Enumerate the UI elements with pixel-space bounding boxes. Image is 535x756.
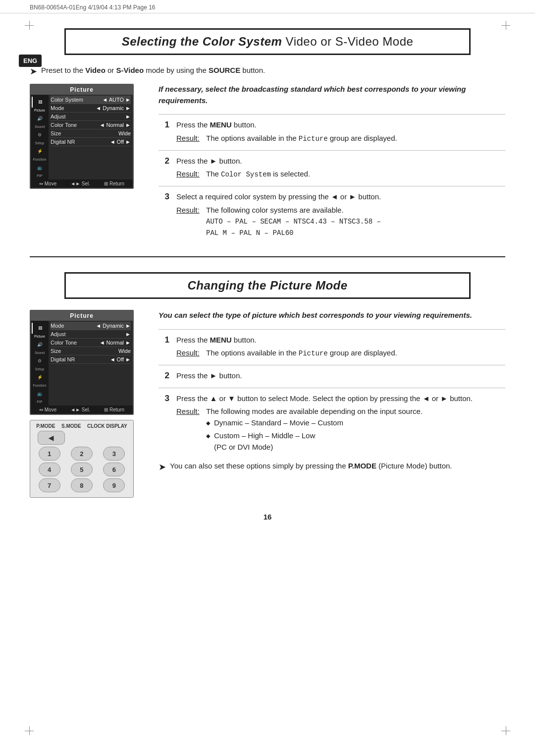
section2-title-text: Changing the Picture Mode [187, 279, 347, 292]
keypad-btn-7[interactable]: 7 [39, 478, 60, 492]
tv-menu-row-mode-2: Mode ◄ Dynamic ► [51, 322, 131, 330]
section1-step1: 1 Press the MENU button. Result: The opt… [159, 119, 505, 144]
section2-step1-num: 1 [159, 335, 169, 345]
section1-step3: 3 Select a required color system by pres… [159, 191, 505, 238]
keypad-back-btn[interactable]: ◀ [38, 431, 65, 445]
preset-arrow: ➤ [30, 66, 37, 77]
section1-hr2 [159, 150, 505, 151]
tv-icon-label-picture-2: Picture [32, 335, 48, 338]
tv-icon-label-pip-2: PIP [32, 400, 48, 404]
keypad-header: P.MODE S.MODE CLOCK DISPLAY [33, 423, 130, 429]
section2-step3-result: Result: The following modes are availabl… [176, 406, 505, 455]
section2-hr2 [159, 365, 505, 365]
bottom-note-text: You can also set these options simply by… [170, 462, 452, 470]
tv-menu-rows-1: Color System ◄ AUTO ► Mode ◄ Dynamic ► A… [49, 95, 133, 179]
tv-icon-label-sound-2: Sound [32, 351, 48, 354]
section2-step2-content: Press the ► button. [176, 370, 505, 382]
eng-badge: ENG [19, 55, 42, 67]
section2-step2-num: 2 [159, 370, 169, 381]
tv-icon-label-sound-1: Sound [32, 125, 48, 128]
tv-menu-rows-2: Mode ◄ Dynamic ► Adjust ► Color Tone ◄ N… [49, 321, 133, 406]
tv-menu-footer-1: ⇔ Move ◄► Sel. ⊞ Return [31, 179, 133, 188]
keypad-clock-label: CLOCK DISPLAY [87, 423, 127, 429]
keypad-btn-8[interactable]: 8 [71, 478, 93, 492]
section2-intro: You can select the type of picture which… [159, 310, 505, 321]
section1-title-bold: Selecting the Color System [122, 35, 282, 48]
section2-hr1 [159, 329, 505, 330]
bullet-custom: Custom – High – Middle – Low(PC or DVI M… [206, 430, 423, 453]
keypad-btn-6[interactable]: 6 [103, 463, 125, 476]
tv-icon-function-1: ⚡ [32, 146, 48, 157]
tv-icon-label-function-1: Function [32, 158, 48, 161]
tv-menu-title-1: Picture [31, 85, 133, 95]
section2-step2: 2 Press the ► button. [159, 370, 505, 382]
crosshair-br [501, 726, 510, 735]
tv-menu-title-2: Picture [31, 311, 133, 321]
tv-menu-sidebar-2: 🖼 Picture 🔊 Sound ⚙ Setup ⚡ [31, 321, 133, 406]
section2-step1-content: Press the MENU button. Result: The optio… [176, 335, 505, 359]
preset-text: Preset to the Video or S-Video mode by u… [41, 66, 265, 74]
tv-menu-sidebar-1: 🖼 Picture 🔊 Sound ⚙ Setup ⚡ [31, 95, 133, 179]
section1-step3-result: Result: The following color systems are … [176, 205, 505, 239]
section-divider [30, 256, 505, 257]
tv-icon-label-setup-1: Setup [32, 141, 48, 145]
tv-menu-row-digitalnr-1: Digital NR ◄ Off ► [51, 138, 131, 146]
crosshair-bl [25, 726, 34, 735]
section1-title-normal: Video or S-Video Mode [282, 35, 413, 48]
tv-menu-icons-1: 🖼 Picture 🔊 Sound ⚙ Setup ⚡ [31, 95, 49, 179]
tv-menu-section2: Picture 🖼 Picture 🔊 Sound ⚙ [30, 310, 134, 415]
tv-icon-label-function-2: Function [32, 384, 48, 387]
tv-icon-label-pip-1: PIP [32, 174, 48, 177]
mode-bullets: Dynamic – Standard – Movie – Custom Cust… [206, 417, 423, 453]
tv-icon-setup-1: ⚙ [32, 129, 48, 140]
tv-icon-picture-1: 🖼 [32, 97, 48, 108]
section2-left-col: Picture 🖼 Picture 🔊 Sound ⚙ [30, 310, 144, 498]
page-number: 16 [30, 513, 505, 521]
preset-notice: ➤ Preset to the Video or S-Video mode by… [30, 66, 505, 77]
section2-step3-num: 3 [159, 393, 169, 404]
tv-menu-section1: Picture 🖼 Picture 🔊 Sound ⚙ [30, 84, 134, 189]
tv-menu-icons-2: 🖼 Picture 🔊 Sound ⚙ Setup ⚡ [31, 321, 49, 406]
tv-icon-setup-2: ⚙ [32, 355, 48, 366]
keypad-btn-1[interactable]: 1 [39, 447, 60, 461]
keypad-smode-label: S.MODE [61, 423, 81, 429]
tv-icon-sound-1: 🔊 [32, 113, 48, 124]
section1-step2-num: 2 [159, 156, 169, 166]
tv-menu-row-size-2: Size Wide [51, 347, 131, 355]
section2-step3-content: Press the ▲ or ▼ button to select Mode. … [176, 393, 505, 455]
tv-menu-row-colortone-2: Color Tone ◄ Normal ► [51, 339, 131, 347]
tv-menu-row-colorsystem: Color System ◄ AUTO ► [51, 96, 131, 104]
crosshair-tr [501, 21, 510, 30]
keypad-btn-4[interactable]: 4 [39, 463, 60, 476]
section2-right-col: You can select the type of picture which… [159, 310, 505, 472]
tv-menu-row-colortone-1: Color Tone ◄ Normal ► [51, 121, 131, 129]
section1-right-col: If necessary, select the broadcasting st… [159, 84, 505, 244]
crosshair-tl [25, 21, 34, 30]
section1-hr1 [159, 114, 505, 115]
color-codes: AUTO – PAL – SECAM – NTSC4.43 – NTSC3.58… [206, 218, 381, 237]
keypad-btn-2[interactable]: 2 [71, 447, 93, 461]
section1-step2: 2 Press the ► button. Result: The Color … [159, 156, 505, 180]
keypad-btn-3[interactable]: 3 [103, 447, 125, 461]
section1-left-col: Picture 🖼 Picture 🔊 Sound ⚙ [30, 84, 144, 189]
keypad-btn-9[interactable]: 9 [103, 478, 125, 492]
section2-hr3 [159, 388, 505, 388]
tv-menu-row-adjust-1: Adjust ► [51, 113, 131, 121]
section2-step1-result: Result: The options available in the Pic… [176, 348, 505, 359]
tv-icon-label-picture-1: Picture [32, 109, 48, 112]
keypad-row3: 7 8 9 [33, 478, 130, 492]
tv-icon-pip-2: 📺 [32, 388, 48, 399]
keypad-btn-5[interactable]: 5 [71, 463, 93, 476]
keypad-row1: 1 2 3 [33, 447, 130, 461]
tv-menu-footer-2: ⇔ Move ◄► Sel. ⊞ Return [31, 406, 133, 414]
bottom-arrow: ➤ [159, 462, 166, 472]
section1-step1-content: Press the MENU button. Result: The optio… [176, 119, 505, 144]
tv-icon-label-setup-2: Setup [32, 367, 48, 371]
tv-menu-row-adjust-2: Adjust ► [51, 330, 131, 339]
keypad-row2: 4 5 6 [33, 463, 130, 476]
tv-icon-pip-1: 📺 [32, 162, 48, 173]
bullet-dynamic: Dynamic – Standard – Movie – Custom [206, 417, 423, 429]
tv-menu-row-mode-1: Mode ◄ Dynamic ► [51, 104, 131, 113]
section1-title: Selecting the Color System Video or S-Vi… [64, 28, 471, 55]
keypad-row0: ◀ [33, 431, 130, 445]
